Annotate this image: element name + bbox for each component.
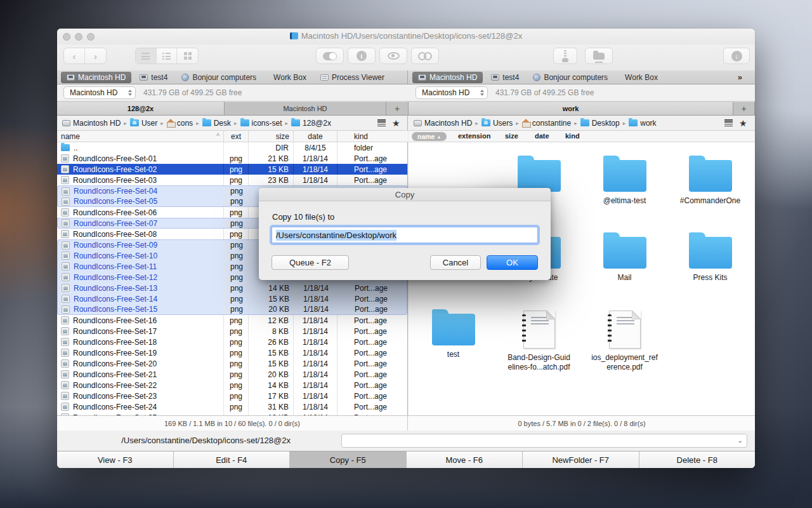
breadcrumb-item-cons[interactable]: cons <box>167 119 193 128</box>
breadcrumb-item-desktop[interactable]: Desktop <box>580 119 620 128</box>
archive-button[interactable] <box>553 48 577 64</box>
file-row[interactable]: RoundIcons-Free-Set-13png14 KB1/18/14Por… <box>57 283 407 293</box>
cell-size: 14 KB <box>249 283 294 293</box>
column-header-extension[interactable]: extension <box>458 132 490 140</box>
brief-list-view-button[interactable] <box>157 48 178 64</box>
function-button-view-f3[interactable]: View - F3 <box>57 451 174 468</box>
full-list-view-button[interactable] <box>136 48 157 64</box>
file-row[interactable]: RoundIcons-Free-Set-03png23 KB1/18/14Por… <box>57 175 407 185</box>
breadcrumb-item-128@2x[interactable]: 128@2x <box>291 119 331 128</box>
add-tab-button[interactable]: + <box>733 102 755 115</box>
function-bar: View - F3Edit - F4Copy - F5Move - F6NewF… <box>57 451 755 468</box>
column-header-size[interactable]: size <box>249 131 294 142</box>
file-row[interactable]: RoundIcons-Free-Set-19png15 KB1/18/14Por… <box>57 347 407 358</box>
breadcrumb-item-user[interactable]: User <box>130 119 157 128</box>
icon-view-item-ios-deployment-ref[interactable]: ios_deployment_ref erence.pdf <box>582 309 667 385</box>
device-tab-macintosh-hd[interactable]: Macintosh HD <box>61 72 131 83</box>
function-button-edit-f4[interactable]: Edit - F4 <box>174 451 291 468</box>
forward-button[interactable]: › <box>85 48 106 64</box>
add-tab-button[interactable]: + <box>386 102 409 115</box>
search-button[interactable] <box>411 48 439 64</box>
history-menu-icon[interactable] <box>724 119 733 126</box>
file-row[interactable]: RoundIcons-Free-Set-02png15 KB1/18/14Por… <box>57 164 407 175</box>
icon-view-item-test[interactable]: test <box>410 309 496 385</box>
icon-view-item-press-kits[interactable]: Press Kits <box>667 232 753 309</box>
folder-tab-macintosh-hd[interactable]: Macintosh HD <box>225 102 386 115</box>
file-row[interactable]: RoundIcons-Free-Set-21png20 KB1/18/14Por… <box>57 369 407 380</box>
function-button-copy-f5[interactable]: Copy - F5 <box>290 451 407 468</box>
column-header-size[interactable]: size <box>505 132 518 140</box>
file-row[interactable]: RoundIcons-Free-Set-14png15 KB1/18/14Por… <box>57 293 407 304</box>
function-button-newfolder-f7[interactable]: NewFolder - F7 <box>523 451 639 468</box>
column-header-date[interactable]: date <box>535 132 549 140</box>
file-row[interactable]: RoundIcons-Free-Set-24png31 KB1/18/14Por… <box>57 401 407 412</box>
breadcrumb-item-desk[interactable]: Desk <box>202 119 231 128</box>
more-tabs-button[interactable]: » <box>738 72 741 82</box>
ok-button[interactable]: OK <box>487 255 538 270</box>
device-tab-work-box[interactable]: Work Box <box>616 72 664 83</box>
column-header-name-sorted[interactable]: name ▲ <box>412 132 447 141</box>
icon-view-item-mail[interactable]: Mail <box>582 232 667 309</box>
file-row[interactable]: ..DIR8/4/15folder <box>57 142 407 153</box>
icon-view-item--eltima-test[interactable]: @eltima-test <box>582 155 667 232</box>
file-row[interactable]: RoundIcons-Free-Set-23png17 KB1/18/14Por… <box>57 391 407 401</box>
device-tab-macintosh-hd[interactable]: Macintosh HD <box>412 72 483 83</box>
right-drive-select[interactable]: Macintosh HD <box>416 86 488 99</box>
folder-tab-128@2x[interactable]: 128@2x <box>57 102 225 115</box>
cell-name: .. <box>57 142 224 153</box>
column-header-name[interactable]: name ^ <box>57 131 224 142</box>
device-tab-process-viewer[interactable]: Process Viewer <box>315 72 390 83</box>
file-name: RoundIcons-Free-Set-14 <box>74 295 157 304</box>
breadcrumb-item-macintosh-hd[interactable]: Macintosh HD <box>62 119 121 128</box>
column-header-ext[interactable]: ext <box>224 131 249 142</box>
folder-tab-work[interactable]: work <box>409 102 733 115</box>
breadcrumb-item-constantine[interactable]: constantine <box>522 119 571 128</box>
breadcrumb-item-icons-set[interactable]: icons-set <box>240 119 282 128</box>
file-row[interactable]: RoundIcons-Free-Set-20png15 KB1/18/14Por… <box>57 358 407 369</box>
command-line-input[interactable] <box>342 434 747 447</box>
chevron-down-icon[interactable]: ⌄ <box>738 437 743 444</box>
cell-name: RoundIcons-Free-Set-17 <box>57 326 224 337</box>
file-row[interactable]: RoundIcons-Free-Set-22png14 KB1/18/14Por… <box>57 380 407 391</box>
cell-name: RoundIcons-Free-Set-23 <box>57 391 224 401</box>
cell-name: RoundIcons-Free-Set-14 <box>58 293 225 304</box>
breadcrumb-item-macintosh-hd[interactable]: Macintosh HD <box>414 119 472 128</box>
device-tab-test4[interactable]: test4 <box>134 72 173 83</box>
cancel-button[interactable]: Cancel <box>430 255 481 270</box>
breadcrumb-item-users[interactable]: Users <box>481 119 513 128</box>
device-tab-strip: Macintosh HDtest4Bonjour computersWork B… <box>57 70 755 84</box>
left-drive-select[interactable]: Macintosh HD <box>63 86 136 99</box>
file-row[interactable]: RoundIcons-Free-Set-15png20 KB1/18/14Por… <box>57 304 407 315</box>
copy-destination-input[interactable]: /Users/constantine/Desktop/work <box>272 227 538 243</box>
file-row[interactable]: RoundIcons-Free-Set-18png26 KB1/18/14Por… <box>57 337 407 347</box>
queue-button[interactable]: Queue - F2 <box>272 255 349 270</box>
downloads-button[interactable]: ↓ <box>723 48 750 64</box>
quick-look-button[interactable] <box>379 48 407 64</box>
thumbnail-view-button[interactable] <box>177 48 198 64</box>
file-row[interactable]: RoundIcons-Free-Set-17png8 KB1/18/14Port… <box>57 326 407 337</box>
device-tab-bonjour-computers[interactable]: Bonjour computers <box>176 72 262 83</box>
file-row[interactable]: RoundIcons-Free-Set-16png12 KB1/18/14Por… <box>57 315 407 326</box>
favorites-star-icon[interactable]: ★ <box>739 119 747 128</box>
column-header-kind[interactable]: kind <box>565 132 580 140</box>
drive-icon <box>67 74 75 81</box>
device-tab-test4[interactable]: test4 <box>485 72 525 83</box>
cell-size: 8 KB <box>249 326 294 337</box>
back-button[interactable]: ‹ <box>64 48 85 64</box>
history-menu-icon[interactable] <box>377 119 386 126</box>
icon-view-item-band-design-guid[interactable]: Band-Design-Guid elines-fo...atch.pdf <box>496 309 582 385</box>
column-header-date[interactable]: date <box>294 131 337 142</box>
function-button-delete-f8[interactable]: Delete - F8 <box>639 451 756 468</box>
favorites-star-icon[interactable]: ★ <box>392 119 400 128</box>
file-row[interactable]: RoundIcons-Free-Set-01png21 KB1/18/14Por… <box>57 153 407 164</box>
column-header-kind[interactable]: kind <box>337 131 408 142</box>
breadcrumb-item-work[interactable]: work <box>629 119 656 128</box>
info-button[interactable]: i <box>348 48 376 64</box>
icon-view-item--commanderone[interactable]: #CommanderOne <box>667 155 753 232</box>
cell-date: 1/18/14 <box>294 380 337 391</box>
function-button-move-f6[interactable]: Move - F6 <box>407 451 523 468</box>
network-button[interactable] <box>585 48 613 64</box>
device-tab-work-box[interactable]: Work Box <box>265 72 312 83</box>
toggle-panel-button[interactable] <box>316 48 344 64</box>
device-tab-bonjour-computers[interactable]: Bonjour computers <box>527 72 613 83</box>
